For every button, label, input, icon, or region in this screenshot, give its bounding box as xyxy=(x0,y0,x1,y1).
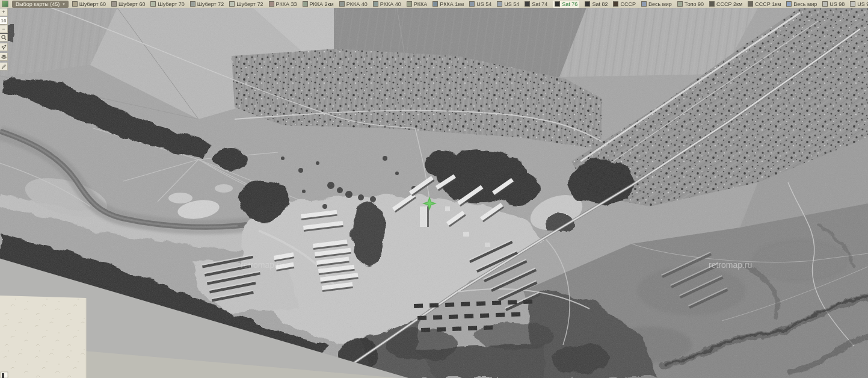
navigate-button[interactable] xyxy=(0,43,8,51)
layer-thumbnail-icon xyxy=(229,1,235,7)
layer-label: РККА 1км xyxy=(440,1,464,8)
layer-item[interactable]: СССР 2км xyxy=(709,1,742,8)
layer-item[interactable]: РККА 2км xyxy=(303,1,334,8)
layer-thumbnail-icon xyxy=(677,1,683,7)
layer-thumbnail-icon xyxy=(150,1,156,7)
layer-label: РККА 40 xyxy=(346,1,368,8)
layer-label: Шуберт 60 xyxy=(79,1,106,8)
layer-label: US 54 xyxy=(504,1,519,8)
layer-thumbnail-icon xyxy=(469,1,475,7)
layer-label: Топо 90 xyxy=(685,1,704,8)
layer-item[interactable]: US 54 xyxy=(497,1,519,8)
navigate-arrow-icon xyxy=(1,45,7,50)
layer-thumbnail-icon xyxy=(190,1,195,7)
watermark: retromap.ru xyxy=(709,260,752,270)
layer-thumbnail-icon xyxy=(303,1,308,7)
chevron-down-icon: ▾ xyxy=(63,2,65,7)
layer-label: Шуберт 70 xyxy=(158,1,184,8)
layer-item[interactable]: Шуберт 72 xyxy=(229,1,263,8)
layer-list: Шуберт 60 Шуберт 60 Шуберт 70 Шуберт 72 … xyxy=(72,1,868,8)
layer-thumbnail-icon xyxy=(641,1,647,7)
measure-button[interactable] xyxy=(0,63,8,70)
layer-label: Sat 82 xyxy=(592,1,608,8)
layer-thumbnail-icon xyxy=(525,1,530,7)
layer-thumbnail-icon xyxy=(373,1,378,7)
layer-item[interactable]: СССР 1км xyxy=(748,1,781,8)
layer-thumbnail-icon xyxy=(72,1,78,7)
layer-item[interactable]: Sat 76 xyxy=(553,1,579,8)
zoom-panel: + 16 − xyxy=(0,8,8,71)
layer-label: Шуберт 60 xyxy=(119,1,145,8)
zoom-level: 16 xyxy=(0,17,8,25)
map-select-label: Выбор карты (45) xyxy=(16,1,60,7)
layer-item[interactable]: US 98 xyxy=(822,1,845,8)
layer-thumbnail-icon xyxy=(111,1,117,7)
layer-label: Шуберт 72 xyxy=(236,1,263,8)
map-canvas[interactable]: retromap.ru retromap.ru xyxy=(0,8,868,378)
layer-item[interactable]: РККА 33 xyxy=(269,1,297,8)
layer-label: СССР xyxy=(620,1,636,8)
layer-label: Шуберт 72 xyxy=(197,1,224,8)
layer-thumbnail-icon xyxy=(497,1,502,7)
layer-label: РККА 2км xyxy=(310,1,334,8)
layer-item[interactable]: РККА 1км xyxy=(432,1,464,8)
layer-thumbnail-icon xyxy=(407,1,412,7)
layer-item[interactable]: Топо 90 xyxy=(677,1,704,8)
layer-label: US 98 xyxy=(830,1,845,8)
layer-label: Sat 74 xyxy=(532,1,547,8)
layer-thumbnail-icon xyxy=(613,1,618,7)
layer-thumbnail-icon xyxy=(269,1,274,7)
layer-label: РККА 33 xyxy=(276,1,297,8)
site-logo-icon[interactable] xyxy=(2,1,8,7)
layer-item[interactable]: Весь мир xyxy=(641,1,672,8)
layers-button[interactable] xyxy=(0,53,8,61)
layer-label: СССР 1км xyxy=(755,1,781,8)
map-select-dropdown[interactable]: Выбор карты (45) ▾ xyxy=(12,1,69,8)
layer-thumbnail-icon xyxy=(786,1,792,7)
layer-label: РККА xyxy=(414,1,428,8)
layer-thumbnail-icon xyxy=(748,1,753,7)
layer-item[interactable]: РККА 40 xyxy=(339,1,368,8)
corner-logo-partial xyxy=(1,372,8,378)
layer-item[interactable]: РККА 40 xyxy=(373,1,401,8)
layer-item[interactable]: РККА xyxy=(407,1,428,8)
layers-cube-icon xyxy=(1,54,7,60)
layer-label: Sat 76 xyxy=(562,1,577,8)
zoom-in-button[interactable]: + xyxy=(0,8,8,16)
search-icon xyxy=(1,35,7,40)
layer-label: US 54 xyxy=(476,1,491,8)
layer-item[interactable]: US 54 xyxy=(469,1,491,8)
watermark-faint: retromap.ru xyxy=(241,260,284,270)
zoom-out-button[interactable]: − xyxy=(0,25,8,33)
layer-thumbnail-icon xyxy=(432,1,438,7)
layer-item[interactable]: US 98 xyxy=(850,1,868,8)
layer-thumbnail-icon xyxy=(850,1,855,7)
map-layers-toolbar: Выбор карты (45) ▾ Шуберт 60 Шуберт 60 Ш… xyxy=(0,0,868,8)
map-viewport: retromap.ru retromap.ru xyxy=(0,8,868,378)
layer-thumbnail-icon xyxy=(555,1,560,7)
layer-thumbnail-icon xyxy=(339,1,345,7)
pencil-icon xyxy=(1,64,7,69)
layer-item[interactable]: СССР xyxy=(613,1,636,8)
layer-thumbnail-icon xyxy=(709,1,715,7)
layer-label: СССР 2км xyxy=(716,1,742,8)
layer-label: РККА 40 xyxy=(380,1,401,8)
layer-thumbnail-icon xyxy=(822,1,828,7)
layer-item[interactable]: Шуберт 60 xyxy=(72,1,106,8)
layer-item[interactable]: Шуберт 72 xyxy=(190,1,224,8)
layer-item[interactable]: Весь мир xyxy=(786,1,817,8)
layer-label: Весь мир xyxy=(793,1,817,8)
layer-item[interactable]: Шуберт 70 xyxy=(150,1,184,8)
layer-item[interactable]: Шуберт 60 xyxy=(111,1,145,8)
layer-thumbnail-icon xyxy=(585,1,590,7)
search-button[interactable] xyxy=(0,34,8,42)
layer-label: US 98 xyxy=(857,1,868,8)
layer-item[interactable]: Sat 82 xyxy=(585,1,608,8)
layer-item[interactable]: Sat 74 xyxy=(525,1,547,8)
aerial-photo-1976: retromap.ru retromap.ru xyxy=(0,8,868,378)
layer-label: Весь мир xyxy=(648,1,672,8)
